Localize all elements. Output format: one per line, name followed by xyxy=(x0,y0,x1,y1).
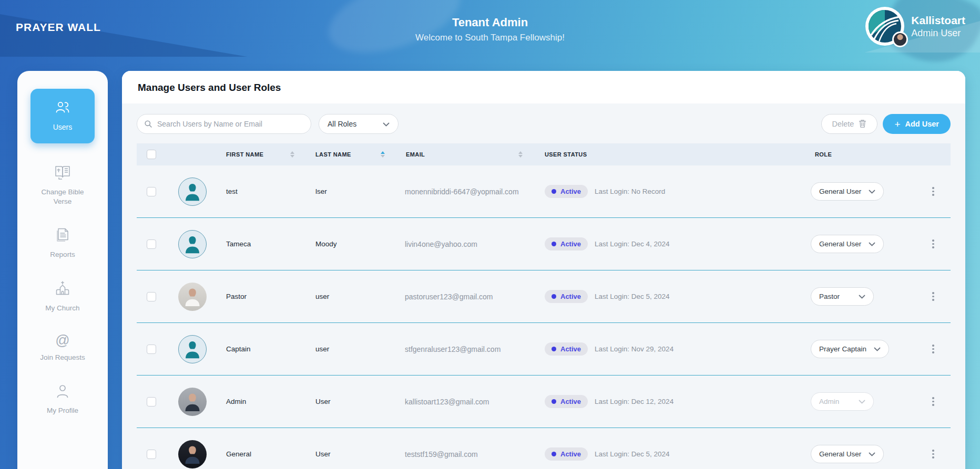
welcome-message: Welcome to South Tampa Fellowship! xyxy=(0,33,980,43)
status-cell: Active Last Login: Dec 5, 2024 xyxy=(536,447,807,461)
first-name-cell: General xyxy=(219,450,308,458)
table-row: Pastor user pastoruser123@gmail.com Acti… xyxy=(137,270,951,323)
sidebar-item-label: My Church xyxy=(45,304,79,313)
table-row: Tameca Moody livin4one@yahoo.com Active … xyxy=(137,218,951,270)
sidebar-item-label: My Profile xyxy=(47,406,78,415)
status-badge: Active xyxy=(545,342,588,356)
email-cell: monennibriddi-6647@yopmail.com xyxy=(399,187,536,196)
sidebar-item-change-bible-verse[interactable]: Change Bible Verse xyxy=(26,164,99,206)
role-dropdown[interactable]: Pastor xyxy=(811,287,874,306)
last-login-text: Last Login: Dec 4, 2024 xyxy=(595,240,670,248)
role-dropdown[interactable]: Prayer Captain xyxy=(811,340,889,358)
row-checkbox[interactable] xyxy=(147,345,156,354)
first-name-cell: Admin xyxy=(219,398,308,405)
role-dropdown[interactable]: Admin xyxy=(811,392,874,411)
row-menu-icon[interactable] xyxy=(930,447,936,461)
row-checkbox[interactable] xyxy=(147,239,156,249)
email-cell: pastoruser123@gmail.com xyxy=(399,293,536,301)
last-login-text: Last Login: Dec 5, 2024 xyxy=(595,450,670,458)
chevron-down-icon xyxy=(859,293,865,300)
sort-icon[interactable] xyxy=(518,151,523,158)
user-avatar xyxy=(178,283,207,311)
sidebar-item-my-church[interactable]: My Church xyxy=(26,280,99,313)
email-cell: livin4one@yahoo.com xyxy=(399,240,536,248)
page-title: Tenant Admin xyxy=(0,16,980,29)
sort-icon[interactable] xyxy=(290,151,294,158)
role-value: General User xyxy=(819,187,861,195)
row-checkbox[interactable] xyxy=(147,187,156,196)
user-avatar xyxy=(178,230,207,258)
status-dot-icon xyxy=(552,189,556,194)
chevron-down-icon xyxy=(859,398,865,405)
column-label: LAST NAME xyxy=(315,151,351,158)
role-dropdown[interactable]: General User xyxy=(811,235,884,253)
column-header-user-status: USER STATUS xyxy=(536,151,807,158)
role-dropdown[interactable]: General User xyxy=(811,182,884,201)
role-value: General User xyxy=(819,450,861,458)
bible-icon xyxy=(54,164,72,182)
row-menu-icon[interactable] xyxy=(930,185,936,198)
users-panel: Manage Users and User Roles All Roles xyxy=(122,71,965,469)
table-row: General User teststf159@gmail.com Active… xyxy=(137,428,951,469)
status-cell: Active Last Login: Dec 12, 2024 xyxy=(536,395,807,408)
sidebar-item-users[interactable]: Users xyxy=(30,89,95,143)
sort-icon-ascending[interactable] xyxy=(381,151,385,158)
row-menu-icon[interactable] xyxy=(930,395,936,408)
row-menu-icon[interactable] xyxy=(930,342,936,356)
header-user-area[interactable]: Kallistoart Admin User xyxy=(865,6,965,46)
sidebar-item-my-profile[interactable]: My Profile xyxy=(26,383,99,415)
search-icon xyxy=(144,120,152,130)
status-badge: Active xyxy=(545,237,588,251)
last-name-cell: user xyxy=(308,293,399,300)
profile-icon xyxy=(55,383,70,401)
status-dot-icon xyxy=(552,399,556,404)
column-label: USER STATUS xyxy=(545,151,587,158)
column-label: FIRST NAME xyxy=(226,151,263,158)
column-header-last-name[interactable]: LAST NAME xyxy=(308,151,399,158)
status-label: Active xyxy=(560,450,581,458)
row-menu-icon[interactable] xyxy=(930,237,936,251)
role-value: Prayer Captain xyxy=(819,345,866,353)
column-header-first-name[interactable]: FIRST NAME xyxy=(219,151,308,158)
reports-icon xyxy=(55,227,70,245)
select-all-checkbox[interactable] xyxy=(147,150,156,159)
row-menu-icon[interactable] xyxy=(930,290,936,303)
add-user-button[interactable]: + Add User xyxy=(883,114,951,134)
role-dropdown[interactable]: General User xyxy=(811,445,884,463)
status-cell: Active Last Login: Dec 4, 2024 xyxy=(536,237,807,251)
column-header-email[interactable]: EMAIL xyxy=(399,151,536,158)
top-header: PRAYER WALL Tenant Admin Welcome to Sout… xyxy=(0,0,980,50)
table-row: Captain user stfgenraluser123@gmail.com … xyxy=(137,323,951,376)
chevron-down-icon xyxy=(383,119,390,129)
status-cell: Active Last Login: Dec 5, 2024 xyxy=(536,290,807,303)
status-dot-icon xyxy=(552,347,556,351)
at-icon: @ xyxy=(55,333,69,348)
last-name-cell: User xyxy=(308,398,399,405)
status-label: Active xyxy=(560,240,581,248)
search-input[interactable] xyxy=(137,114,311,134)
status-badge: Active xyxy=(545,290,588,303)
roles-filter-dropdown[interactable]: All Roles xyxy=(319,114,399,134)
status-cell: Active Last Login: Nov 29, 2024 xyxy=(536,342,807,356)
user-avatar xyxy=(178,335,207,363)
admin-avatar xyxy=(892,32,908,47)
table-row: Admin User kallistoart123@gmail.com Acti… xyxy=(137,376,951,428)
user-avatar xyxy=(178,178,207,206)
user-avatar xyxy=(178,388,207,416)
roles-filter-value: All Roles xyxy=(328,120,356,128)
sidebar-item-join-requests[interactable]: @ Join Requests xyxy=(26,333,99,362)
status-badge: Active xyxy=(545,395,588,408)
delete-button[interactable]: Delete xyxy=(821,114,878,134)
first-name-cell: Tameca xyxy=(219,240,308,248)
sidebar-item-reports[interactable]: Reports xyxy=(26,227,99,259)
row-checkbox[interactable] xyxy=(147,450,156,459)
sidebar-item-label: Users xyxy=(53,122,73,132)
chevron-down-icon xyxy=(869,187,875,195)
logged-in-user-name: Admin User xyxy=(911,27,965,39)
chevron-down-icon xyxy=(869,240,875,248)
role-value: Pastor xyxy=(819,293,840,300)
sidebar-nav: Users Change Bible Verse Reports xyxy=(17,71,108,469)
row-checkbox[interactable] xyxy=(147,397,156,407)
row-checkbox[interactable] xyxy=(147,292,156,301)
plus-icon: + xyxy=(894,119,900,129)
